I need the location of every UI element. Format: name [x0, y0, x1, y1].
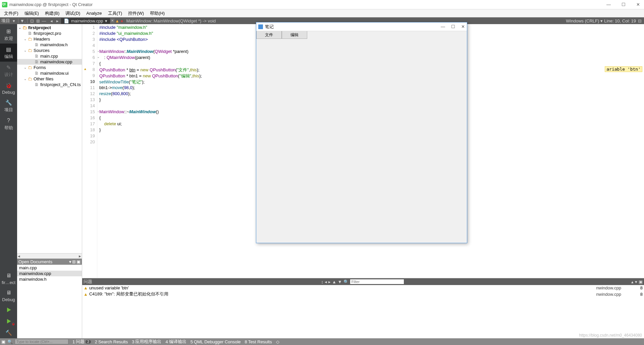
sort-icon[interactable]: ↕	[321, 279, 323, 284]
tree-item[interactable]: 🗎mainwindow.h	[17, 42, 82, 48]
app-maximize-button[interactable]: ☐	[451, 24, 455, 29]
warning-filter-icon[interactable]: ▲	[332, 279, 336, 284]
expand-icon[interactable]: ▴	[631, 279, 634, 284]
tree-item[interactable]: ⌄🗀Other files	[17, 76, 82, 82]
encoding-selector[interactable]: Windows (CRLF)	[566, 18, 599, 23]
close-pane-icon[interactable]: ▣	[76, 259, 80, 264]
menu-item[interactable]: 文件(F)	[1, 10, 21, 17]
close-panel-icon[interactable]: ▣	[639, 279, 643, 284]
close-button[interactable]: ✕	[634, 1, 642, 8]
warning-icon[interactable]: ▲	[115, 18, 119, 23]
filter-icon[interactable]: ▼	[338, 279, 342, 284]
issue-row[interactable]: ▲C4189: "btn": 局部变量已初始化但不引用nwindow.cpp8	[82, 291, 644, 297]
dropdown-icon[interactable]: ▾	[600, 18, 603, 23]
tree-item[interactable]: 🗎main.cpp	[17, 53, 82, 59]
doc-dropdown-icon[interactable]: ▾	[105, 18, 107, 23]
tree-item[interactable]: ⌄🗀firstproject	[17, 25, 82, 30]
open-doc-item[interactable]: main.cpp	[17, 265, 82, 271]
tree-item[interactable]: ⌄🗀Headers	[17, 36, 82, 42]
split-icon[interactable]: ⊞	[72, 259, 76, 264]
menu-item[interactable]: 调试(D)	[63, 10, 83, 17]
qt-logo-icon	[2, 2, 7, 7]
tree-item[interactable]: 🗎firstproject_zh_CN.ts	[17, 82, 82, 87]
watermark-text: https://blog.csdn.net/m0_46434080	[579, 333, 642, 338]
mode-icon: ▤	[5, 46, 12, 53]
open-doc-item[interactable]: mainwindow.h	[17, 276, 82, 282]
minimize-icon[interactable]: ▾	[635, 279, 637, 284]
output-tab[interactable]: 8Test Results	[243, 339, 274, 345]
mode-icon: ⊞	[5, 27, 12, 35]
target-selector[interactable]: 🖥 fir…ect	[0, 270, 17, 287]
mode-欢迎[interactable]: ⊞欢迎	[0, 25, 17, 44]
menu-item[interactable]: 控件(W)	[125, 10, 147, 17]
prev-issue-icon[interactable]: ◂	[325, 279, 327, 284]
menu-bar: 文件(F)编辑(E)构建(B)调试(D)Analyze工具(T)控件(W)帮助(…	[0, 9, 644, 17]
app-close-button[interactable]: ✕	[461, 24, 465, 29]
close-doc-button[interactable]: ✕	[110, 18, 115, 23]
inline-warning-hint: ariable 'btn'	[605, 66, 642, 72]
mode-icon: ?	[5, 117, 12, 124]
nav-back-icon[interactable]: ◂	[49, 18, 54, 23]
dropdown-icon[interactable]: ▾	[11, 18, 16, 23]
tree-item[interactable]: 🗎mainwindow.cpp	[17, 59, 82, 65]
project-selector[interactable]: 项目	[1, 18, 10, 24]
locator-input[interactable]	[15, 339, 68, 344]
mode-帮助[interactable]: ?帮助	[0, 115, 17, 133]
more-icon[interactable]: ◇	[276, 339, 279, 344]
output-tab[interactable]: 5QML Debugger Console	[189, 339, 243, 345]
output-tab[interactable]: 1问题2	[70, 339, 93, 345]
tree-item[interactable]: ⌄🗀Forms	[17, 65, 82, 70]
mode-Debug[interactable]: 🐞Debug	[0, 80, 17, 97]
maximize-button[interactable]: ☐	[620, 1, 628, 8]
output-tab[interactable]: 3应用程序输出	[130, 339, 163, 345]
mode-设计[interactable]: ✎设计	[0, 62, 17, 80]
mode-bar: ⊞欢迎▤编辑✎设计🐞Debug🔧项目?帮助 🖥 fir…ect 🖥 Debug …	[0, 24, 17, 338]
next-issue-icon[interactable]: ▸	[328, 279, 331, 284]
run-button[interactable]	[0, 304, 17, 316]
menu-item[interactable]: 编辑(E)	[22, 10, 42, 17]
build-mode[interactable]: 🖥 Debug	[0, 287, 17, 304]
split-h-icon[interactable]: ⊟	[637, 18, 642, 23]
run-debug-button[interactable]: 🐞	[0, 316, 17, 327]
app-titlebar[interactable]: 笔记 — ☐ ✕	[256, 22, 467, 31]
output-tab[interactable]: 2Search Results	[93, 339, 130, 345]
build-button[interactable]: 🔨	[0, 327, 17, 338]
issue-row[interactable]: ▲unused variable 'btn'nwindow.cpp8	[82, 285, 644, 291]
mode-项目[interactable]: 🔧项目	[0, 97, 17, 115]
h-scrollbar[interactable]: ◂▸	[17, 253, 82, 259]
symbol-breadcrumb[interactable]: MainWindow::MainWindow(QWidget *) -> voi…	[124, 18, 218, 23]
running-app-window[interactable]: 笔记 — ☐ ✕ 文件编辑	[256, 22, 467, 243]
sync-icon[interactable]: ⊡	[30, 18, 34, 23]
doc-tab[interactable]: 📄 mainwindow.cpp ▾	[61, 18, 110, 24]
tree-item[interactable]: ⌄🗀Sources	[17, 48, 82, 53]
tree-item[interactable]: 🗎firstproject.pro	[17, 30, 82, 36]
tree-item[interactable]: 🗎mainwindow.ui	[17, 70, 82, 76]
dash-icon[interactable]: —	[42, 18, 46, 23]
app-button[interactable]: 编辑	[282, 31, 307, 39]
nav-fwd-icon[interactable]: ▸	[55, 18, 60, 23]
filter-input[interactable]	[350, 279, 404, 284]
app-minimize-button[interactable]: —	[441, 24, 445, 29]
record-icon[interactable]: ●	[119, 18, 124, 23]
open-docs-list[interactable]: main.cppmainwindow.cppmainwindow.h	[17, 265, 82, 338]
minimize-button[interactable]: —	[604, 1, 613, 8]
issues-list[interactable]: ▲unused variable 'btn'nwindow.cpp8▲C4189…	[82, 285, 644, 338]
open-doc-item[interactable]: mainwindow.cpp	[17, 271, 82, 276]
menu-item[interactable]: 构建(B)	[42, 10, 62, 17]
menu-item[interactable]: 帮助(H)	[147, 10, 167, 17]
project-tree[interactable]: ⌄🗀firstproject🗎firstproject.pro⌄🗀Headers…	[17, 24, 82, 253]
toggle-sidebar-icon[interactable]: ▣	[1, 339, 5, 344]
doc-name: mainwindow.cpp	[71, 18, 103, 23]
split-icon[interactable]: ⊞	[36, 18, 40, 23]
dropdown-icon[interactable]: ▾	[69, 259, 71, 264]
menu-item[interactable]: Analyze	[84, 10, 104, 16]
filter-icon[interactable]: ▼.	[20, 18, 25, 23]
open-docs-header: Open Documents ▾ ⊞ ▣	[17, 259, 82, 265]
mode-编辑[interactable]: ▤编辑	[0, 44, 17, 62]
folder-icon: 🗀	[22, 25, 27, 30]
menu-item[interactable]: 工具(T)	[105, 10, 125, 17]
file-icon: 🗎	[34, 43, 39, 47]
app-button[interactable]: 文件	[256, 31, 282, 39]
app-body[interactable]	[256, 39, 467, 243]
output-tab[interactable]: 4编译输出	[163, 339, 188, 345]
